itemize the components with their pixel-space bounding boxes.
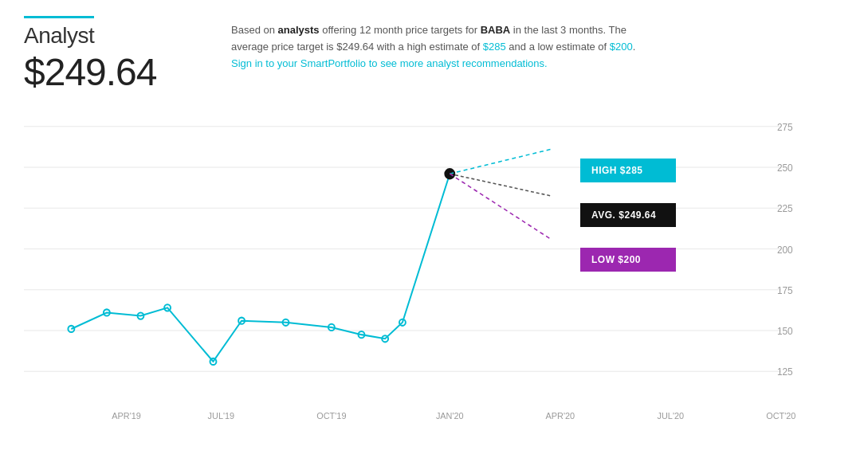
- y-label-125: 125: [777, 366, 793, 378]
- y-label-225: 225: [777, 203, 793, 214]
- high-label-text: HIGH $285: [591, 165, 643, 176]
- low-label-box: LOW $200: [580, 248, 676, 272]
- x-label-jul20: JUL'20: [658, 411, 685, 421]
- description-text: Based on analysts offering 12 month pric…: [231, 16, 646, 72]
- avg-dashed-line: [450, 174, 551, 196]
- low-dashed-line: [450, 174, 551, 239]
- header-section: Analyst $249.64 Based on analysts offeri…: [24, 16, 844, 94]
- main-container: Analyst $249.64 Based on analysts offeri…: [0, 0, 868, 436]
- low-estimate-link[interactable]: $200: [610, 41, 633, 53]
- page-title: Analyst: [24, 16, 94, 49]
- low-label-text: LOW $200: [591, 254, 641, 265]
- avg-label-text: AVG. $249.64: [591, 209, 656, 221]
- x-label-oct20: OCT'20: [766, 411, 795, 421]
- x-label-jan20: JAN'20: [436, 411, 464, 421]
- avg-label-box: AVG. $249.64: [580, 203, 676, 227]
- x-label-jul19: JUL'19: [208, 411, 235, 421]
- x-label-oct19: OCT'19: [316, 411, 346, 421]
- y-label-275: 275: [777, 122, 793, 133]
- chart-svg: 275 250 225 200 175 150 125 APR'19 JUL'1…: [24, 102, 844, 429]
- y-label-250: 250: [777, 162, 793, 174]
- smartportfolio-link[interactable]: Sign in to your SmartPortfolio to see mo…: [231, 57, 548, 69]
- x-label-apr19: APR'19: [112, 411, 141, 421]
- y-label-200: 200: [777, 244, 793, 255]
- price-display: $249.64: [24, 50, 199, 94]
- high-dashed-line: [450, 149, 551, 174]
- high-label-box: HIGH $285: [580, 159, 676, 182]
- y-label-175: 175: [777, 285, 793, 296]
- chart-area: 275 250 225 200 175 150 125 APR'19 JUL'1…: [24, 102, 844, 429]
- x-label-apr20: APR'20: [546, 411, 575, 421]
- high-estimate-link[interactable]: $285: [483, 41, 506, 53]
- y-label-150: 150: [777, 326, 793, 337]
- price-line: [71, 174, 450, 362]
- left-header: Analyst $249.64: [24, 16, 199, 94]
